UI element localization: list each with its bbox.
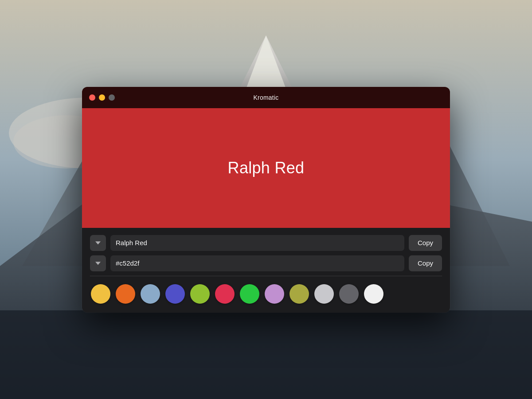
bottom-panel: Copy Copy [82,228,450,313]
titlebar: Kromatic [82,87,450,108]
swatch-red[interactable] [215,284,235,304]
divider [90,276,442,276]
swatch-light-blue[interactable] [141,284,160,304]
window-title: Kromatic [254,94,279,101]
swatch-dark-gray[interactable] [339,284,359,304]
name-format-dropdown[interactable] [90,235,106,251]
copy-name-button[interactable]: Copy [409,235,442,251]
color-name-field[interactable] [110,235,404,251]
color-hex-field[interactable] [110,255,404,271]
swatch-indigo[interactable] [165,284,185,304]
svg-rect-8 [0,310,532,399]
hex-copy-row: Copy [90,255,442,271]
app-window: Kromatic Ralph Red Copy Copy [82,87,450,313]
swatch-green[interactable] [240,284,259,304]
swatch-olive[interactable] [289,284,309,304]
name-copy-row: Copy [90,235,442,251]
copy-hex-button[interactable]: Copy [409,255,442,271]
swatch-light-gray[interactable] [314,284,334,304]
color-preview-area: Ralph Red [82,108,450,228]
traffic-lights [89,94,115,101]
swatch-orange[interactable] [116,284,135,304]
close-button[interactable] [89,94,95,101]
swatches-row [90,284,442,304]
hex-format-dropdown[interactable] [90,255,106,271]
maximize-button[interactable] [109,94,115,101]
chevron-down-icon [95,240,101,246]
swatch-lime[interactable] [190,284,210,304]
chevron-down-icon [95,261,101,266]
swatch-lavender[interactable] [265,284,284,304]
minimize-button[interactable] [99,94,105,101]
color-name-display: Ralph Red [228,159,305,177]
swatch-white[interactable] [364,284,383,304]
swatch-yellow[interactable] [91,284,110,304]
